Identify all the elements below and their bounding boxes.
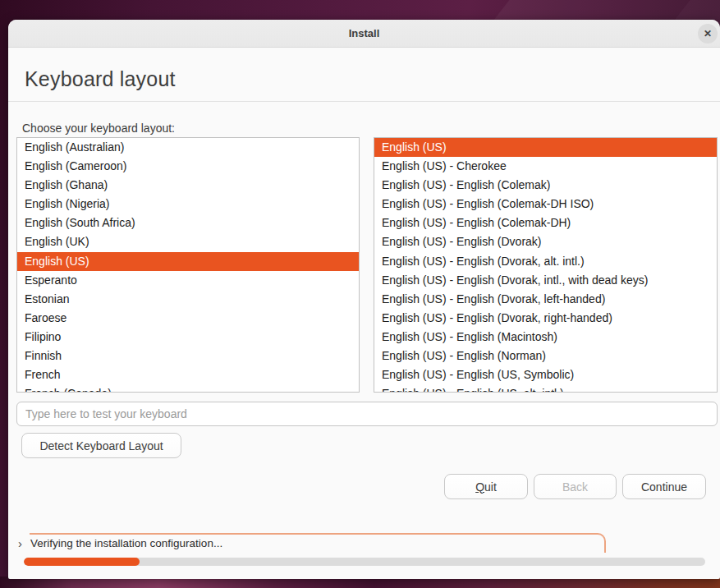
layout-option[interactable]: Faroese: [17, 309, 359, 328]
install-progress-fill: [24, 558, 140, 566]
back-button[interactable]: Back: [534, 474, 617, 499]
page-header: Keyboard layout: [8, 48, 720, 102]
install-window: Install ✕ Keyboard layout Choose your ke…: [8, 20, 720, 579]
layout-option[interactable]: Estonian: [17, 290, 359, 309]
layout-option[interactable]: English (Nigeria): [17, 195, 359, 214]
quit-button[interactable]: Quit: [444, 474, 528, 499]
keyboard-layout-list[interactable]: English (Australian)English (Cameroon)En…: [16, 137, 360, 393]
layout-option[interactable]: French: [17, 365, 359, 384]
layout-option[interactable]: English (Cameroon): [17, 157, 359, 176]
variant-option[interactable]: English (US) - English (Dvorak, intl., w…: [374, 271, 717, 290]
layout-option[interactable]: English (Ghana): [17, 176, 359, 195]
layout-option[interactable]: Esperanto: [17, 271, 359, 290]
back-button-label: Back: [539, 480, 611, 494]
layout-option[interactable]: French (Canada): [17, 384, 359, 393]
variant-option[interactable]: English (US) - Cherokee: [374, 157, 717, 176]
layout-option[interactable]: English (US): [17, 252, 359, 271]
variant-option[interactable]: English (US) - English (Colemak): [374, 176, 717, 195]
choose-layout-label: Choose your keyboard layout:: [22, 122, 175, 135]
layout-option[interactable]: English (Australian): [17, 138, 359, 157]
variant-option[interactable]: English (US) - English (Dvorak, alt. int…: [374, 252, 717, 271]
layout-option[interactable]: Filipino: [17, 328, 359, 347]
variant-option[interactable]: English (US) - English (Colemak-DH ISO): [374, 195, 717, 214]
variant-option[interactable]: English (US) - English (Dvorak): [374, 232, 717, 251]
close-icon[interactable]: ✕: [698, 24, 718, 44]
variant-option[interactable]: English (US) - English (Norman): [374, 347, 717, 365]
variant-option[interactable]: English (US) - English (Colemak-DH): [374, 214, 717, 232]
chevron-right-icon[interactable]: ›: [18, 536, 22, 550]
status-message: Verifying the installation configuration…: [30, 537, 222, 549]
quit-button-label: Quit: [450, 480, 522, 494]
keyboard-variant-list[interactable]: English (US)English (US) - CherokeeEngli…: [374, 137, 718, 393]
titlebar[interactable]: Install ✕: [8, 20, 720, 48]
variant-option[interactable]: English (US) - English (Dvorak, right-ha…: [374, 309, 717, 328]
page-title: Keyboard layout: [25, 67, 176, 91]
continue-button[interactable]: Continue: [622, 474, 706, 499]
keyboard-test-input[interactable]: [16, 402, 718, 426]
layout-option[interactable]: Finnish: [17, 347, 359, 365]
variant-option[interactable]: English (US) - English (US, alt. intl.): [374, 384, 717, 393]
variant-option[interactable]: English (US) - English (US, Symbolic): [374, 365, 717, 384]
layout-option[interactable]: English (UK): [17, 232, 359, 251]
detect-keyboard-layout-button[interactable]: Detect Keyboard Layout: [21, 433, 181, 458]
install-progress-bar: [24, 558, 705, 566]
continue-button-label: Continue: [628, 480, 700, 494]
variant-option[interactable]: English (US) - English (Dvorak, left-han…: [374, 290, 717, 309]
variant-option[interactable]: English (US): [374, 138, 717, 157]
window-title: Install: [8, 20, 720, 47]
variant-option[interactable]: English (US) - English (Macintosh): [374, 328, 717, 347]
layout-option[interactable]: English (South Africa): [17, 214, 359, 232]
